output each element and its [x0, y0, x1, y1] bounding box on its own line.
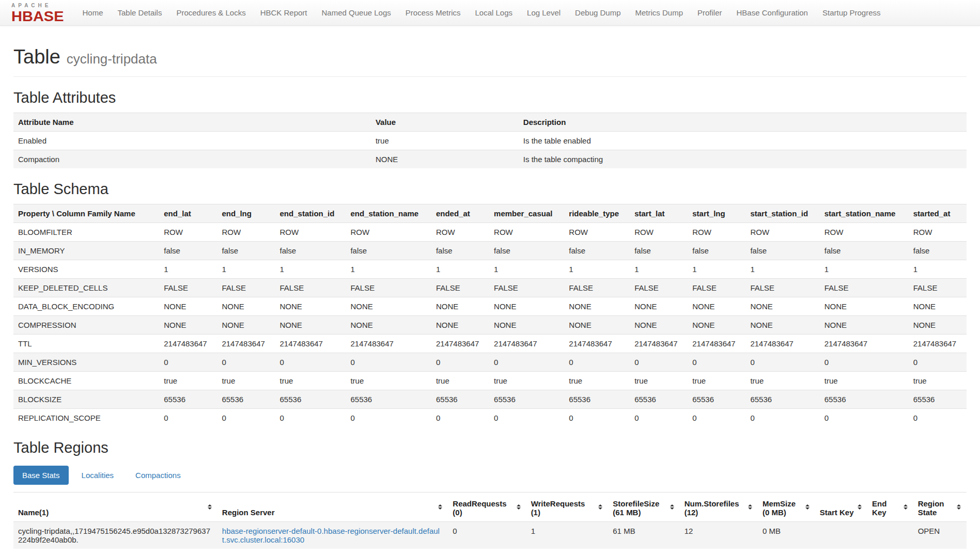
schema-value-cell: FALSE	[217, 278, 275, 297]
hbase-logo[interactable]: APACHE HBASE	[4, 2, 70, 24]
sort-icon[interactable]	[956, 503, 962, 511]
nav-item-home[interactable]: Home	[75, 0, 111, 25]
column-header-label: StorefileSize (61 MB)	[613, 499, 666, 517]
schema-value-cell: NONE	[489, 297, 564, 315]
schema-family-header: end_lng	[217, 204, 275, 223]
schema-value-cell: 2147483647	[909, 334, 967, 353]
schema-value-cell: 1	[431, 260, 489, 278]
regions-column-header-memsize-0-mb[interactable]: MemSize (0 MB)	[758, 492, 815, 521]
schema-value-cell: 1	[346, 260, 431, 278]
schema-value-cell: 2147483647	[745, 334, 819, 353]
regions-column-header-num-storefiles-12[interactable]: Num.Storefiles (12)	[680, 492, 758, 521]
nav-item-debug-dump[interactable]: Debug Dump	[568, 0, 628, 25]
schema-value-cell: 1	[745, 260, 819, 278]
schema-value-cell: 1	[909, 260, 967, 278]
schema-value-cell: 65536	[909, 390, 967, 408]
schema-property-cell: COMPRESSION	[13, 315, 159, 334]
regions-column-header-region-server[interactable]: Region Server	[217, 492, 448, 521]
schema-value-cell: 0	[909, 353, 967, 371]
schema-row: BLOOMFILTERROWROWROWROWROWROWROWROWROWRO…	[13, 223, 967, 241]
regions-column-header-writerequests-1[interactable]: WriteRequests (1)	[526, 492, 609, 521]
schema-value-cell: NONE	[564, 297, 630, 315]
sort-icon[interactable]	[207, 503, 213, 511]
sort-icon[interactable]	[516, 503, 522, 511]
logo-hbase-text: HBASE	[11, 9, 64, 24]
schema-value-cell: ROW	[745, 223, 819, 241]
table-cell: true	[371, 131, 519, 150]
nav-item-log-level[interactable]: Log Level	[520, 0, 568, 25]
schema-value-cell: FALSE	[688, 278, 745, 297]
nav-item-metrics-dump[interactable]: Metrics Dump	[628, 0, 691, 25]
nav-item-table-details[interactable]: Table Details	[111, 0, 169, 25]
sort-icon[interactable]	[597, 503, 603, 511]
schema-value-cell: 1	[217, 260, 275, 278]
schema-value-cell: NONE	[275, 315, 346, 334]
schema-value-cell: 2147483647	[431, 334, 489, 353]
schema-property-cell: BLOCKSIZE	[13, 390, 159, 408]
nav-item-process-metrics[interactable]: Process Metrics	[398, 0, 468, 25]
sort-icon[interactable]	[747, 503, 753, 511]
schema-value-cell: 65536	[630, 390, 688, 408]
schema-value-cell: NONE	[275, 297, 346, 315]
sort-icon[interactable]	[669, 503, 675, 511]
table-row: EnabledtrueIs the table enabled	[13, 131, 967, 150]
schema-value-cell: 0	[346, 353, 431, 371]
regions-column-header-end-key[interactable]: End Key	[867, 492, 913, 521]
regions-column-header-region-state[interactable]: Region State	[913, 492, 967, 521]
schema-value-cell: true	[217, 371, 275, 390]
schema-value-cell: 65536	[489, 390, 564, 408]
schema-value-cell: false	[431, 241, 489, 260]
schema-value-cell: false	[159, 241, 217, 260]
sort-icon[interactable]	[857, 503, 863, 511]
schema-row: IN_MEMORYfalsefalsefalsefalsefalsefalsef…	[13, 241, 967, 260]
schema-value-cell: 0	[275, 353, 346, 371]
sort-icon[interactable]	[437, 503, 443, 511]
regions-column-header-storefilesize-61-mb[interactable]: StorefileSize (61 MB)	[608, 492, 679, 521]
nav-item-startup-progress[interactable]: Startup Progress	[815, 0, 888, 25]
sort-icon[interactable]	[903, 503, 909, 511]
nav-item-local-logs[interactable]: Local Logs	[468, 0, 520, 25]
nav-item-profiler[interactable]: Profiler	[690, 0, 729, 25]
schema-value-cell: 1	[564, 260, 630, 278]
tab-localities[interactable]: Localities	[73, 466, 123, 485]
schema-property-cell: IN_MEMORY	[13, 241, 159, 260]
schema-value-cell: false	[564, 241, 630, 260]
schema-value-cell: true	[909, 371, 967, 390]
schema-value-cell: NONE	[745, 297, 819, 315]
schema-value-cell: 2147483647	[489, 334, 564, 353]
regions-column-header-readrequests-0[interactable]: ReadRequests (0)	[448, 492, 526, 521]
schema-value-cell: true	[630, 371, 688, 390]
nav-item-hbase-configuration[interactable]: HBase Configuration	[729, 0, 815, 25]
schema-value-cell: true	[489, 371, 564, 390]
schema-value-cell: 0	[630, 408, 688, 427]
schema-value-cell: ROW	[275, 223, 346, 241]
table-cell: NONE	[371, 150, 519, 168]
schema-property-cell: KEEP_DELETED_CELLS	[13, 278, 159, 297]
schema-value-cell: 0	[431, 408, 489, 427]
nav-item-hbck-report[interactable]: HBCK Report	[253, 0, 315, 25]
schema-property-header: Property \ Column Family Name	[13, 204, 159, 223]
regions-column-header-start-key[interactable]: Start Key	[815, 492, 867, 521]
schema-value-cell: NONE	[159, 315, 217, 334]
schema-value-cell: 2147483647	[630, 334, 688, 353]
attributes-heading: Table Attributes	[13, 89, 967, 106]
schema-value-cell: 1	[688, 260, 745, 278]
schema-family-header: start_lng	[688, 204, 745, 223]
schema-value-cell: 1	[820, 260, 909, 278]
regions-column-header-name-1[interactable]: Name(1)	[13, 492, 217, 521]
attributes-table: Attribute Name Value Description Enabled…	[13, 113, 967, 168]
schema-value-cell: false	[275, 241, 346, 260]
schema-value-cell: 0	[346, 408, 431, 427]
schema-row: BLOCKCACHEtruetruetruetruetruetruetruetr…	[13, 371, 967, 390]
table-row: CompactionNONEIs the table compacting	[13, 150, 967, 168]
nav-item-procedures-locks[interactable]: Procedures & Locks	[169, 0, 253, 25]
region-row: cycling-tripdata,,1719475156245.e95d0a13…	[13, 521, 967, 549]
sort-icon[interactable]	[804, 503, 811, 511]
schema-value-cell: 0	[745, 408, 819, 427]
tab-base-stats[interactable]: Base Stats	[13, 466, 69, 485]
nav-item-named-queue-logs[interactable]: Named Queue Logs	[315, 0, 398, 25]
region-server-link[interactable]: hbase-regionserver-default-0.hbase-regio…	[222, 527, 440, 544]
tab-compactions[interactable]: Compactions	[127, 466, 190, 485]
schema-table-body: BLOOMFILTERROWROWROWROWROWROWROWROWROWRO…	[13, 223, 967, 427]
schema-value-cell: FALSE	[489, 278, 564, 297]
